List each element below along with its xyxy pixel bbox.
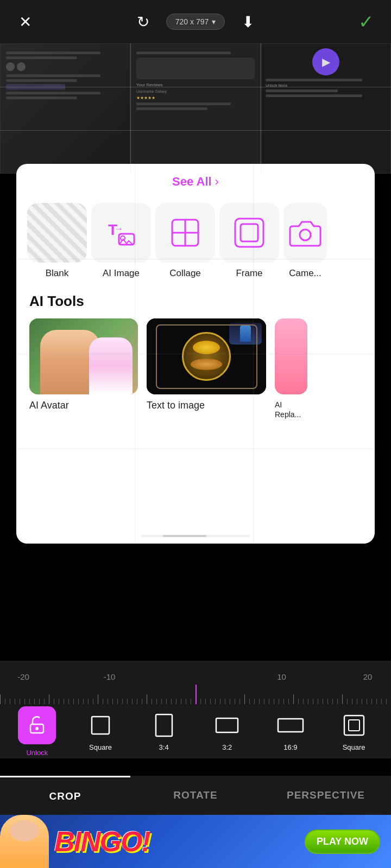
ad-content: BINGO!: [54, 825, 150, 858]
blank-icon-box: [27, 203, 87, 263]
frame-icon-box: [219, 203, 279, 263]
square2-shape-icon: [343, 714, 365, 736]
ruler-label-20: 20: [360, 672, 376, 681]
confirm-button[interactable]: ✓: [354, 10, 378, 34]
camera-label: Came...: [289, 268, 321, 279]
check-icon: ✓: [358, 11, 374, 33]
ruler-label-0: [187, 672, 204, 681]
svg-rect-7: [235, 219, 263, 247]
see-all-arrow-icon: ›: [215, 175, 219, 189]
ai-avatar-label: AI Avatar: [29, 400, 69, 411]
crop-32[interactable]: 3:2: [203, 712, 251, 751]
ruler-label-neg20: -20: [15, 672, 31, 681]
tab-perspective[interactable]: PERSPECTIVE: [261, 776, 391, 815]
ratio-34-icon: [150, 712, 178, 739]
svg-rect-14: [216, 718, 238, 732]
scroll-track: [141, 535, 250, 537]
top-toolbar: ✕ ↻ 720 x 797 ▾ ⬇ ✓: [0, 0, 391, 43]
preview-col-1: [0, 43, 130, 174]
preview-col-3: ▶ Unlock items: [261, 43, 391, 174]
bottom-tab-bar: CROP ROTATE PERSPECTIVE: [0, 776, 391, 815]
template-frame[interactable]: Frame: [219, 203, 279, 279]
svg-rect-15: [278, 719, 303, 732]
ruler-label-neg10: -10: [102, 672, 118, 681]
ai-image-icon-box: T →: [91, 203, 151, 263]
ai-replace-thumb: [275, 318, 307, 394]
ruler-area: -20 -10 10 20: [0, 661, 391, 704]
ai-face-graphic: [182, 332, 231, 381]
close-icon: ✕: [19, 13, 31, 31]
ai-image-icon: T →: [104, 215, 138, 250]
svg-rect-12: [92, 717, 109, 734]
square-icon: [87, 712, 114, 739]
frame-label: Frame: [236, 268, 262, 279]
ai-tools-section: AI Tools AI Avatar: [16, 288, 375, 428]
ai-image-label: AI Image: [103, 268, 140, 279]
ratio-169-label: 16:9: [283, 743, 297, 751]
ai-replace-label: AI Repla...: [275, 400, 301, 419]
rotate-tab-label: ROTATE: [173, 789, 217, 801]
collage-icon: [168, 215, 203, 250]
refresh-icon: ↻: [137, 13, 149, 31]
ad-play-button[interactable]: PLAY NOW: [305, 829, 380, 854]
template-blank[interactable]: Blank: [27, 203, 87, 279]
square2-label: Square: [343, 743, 365, 751]
ratio-32-label: 3:2: [222, 743, 232, 751]
preview-col-2: Your Reviews Username Galaxy ★★★★★: [130, 43, 261, 174]
ratio-32-shape: [215, 717, 239, 733]
ratio-34-shape: [155, 713, 173, 737]
svg-text:→: →: [115, 224, 123, 233]
ruler-label-10: 10: [274, 672, 290, 681]
tab-rotate[interactable]: ROTATE: [130, 776, 261, 815]
collage-icon-box: [155, 203, 215, 263]
template-ai-image[interactable]: T → AI Image: [91, 203, 151, 279]
square-label: Square: [89, 743, 112, 751]
unlock-icon-box: [18, 706, 56, 744]
ai-tools-grid: AI Avatar: [29, 318, 362, 419]
crop-169[interactable]: 16:9: [266, 712, 315, 751]
square2-icon: [340, 712, 368, 739]
download-button[interactable]: ⬇: [236, 10, 260, 34]
crop-square2[interactable]: Square: [330, 712, 379, 751]
camera-icon: [288, 215, 323, 250]
ad-bingo-text: BINGO!: [54, 826, 150, 857]
svg-rect-8: [241, 224, 258, 241]
templates-row: Blank T → AI Image: [16, 194, 375, 288]
svg-rect-16: [344, 716, 364, 735]
ai-tools-title: AI Tools: [29, 293, 362, 310]
dimension-value: 720 x 797: [175, 17, 209, 26]
ruler-labels: -20 -10 10 20: [0, 672, 391, 681]
ruler-ticks[interactable]: [0, 685, 391, 704]
see-all-label: See All: [172, 175, 212, 189]
refresh-button[interactable]: ↻: [131, 10, 155, 34]
square-shape-icon: [90, 714, 111, 736]
blank-label: Blank: [46, 268, 69, 279]
crop-34[interactable]: 3:4: [140, 712, 188, 751]
camera-icon-box: [283, 203, 327, 263]
close-button[interactable]: ✕: [13, 10, 37, 34]
chevron-down-icon: ▾: [212, 17, 216, 26]
frame-icon: [232, 215, 267, 250]
ratio-169-icon: [277, 712, 304, 739]
text-to-image-card[interactable]: Text to image: [147, 318, 266, 419]
ad-banner[interactable]: BINGO! PLAY NOW: [0, 815, 391, 868]
text-to-image-thumb: [147, 318, 266, 394]
svg-rect-13: [156, 714, 172, 736]
ratio-34-label: 3:4: [159, 743, 169, 751]
template-collage[interactable]: Collage: [155, 203, 215, 279]
text-to-image-label: Text to image: [147, 400, 205, 411]
dimension-badge[interactable]: 720 x 797 ▾: [166, 14, 225, 30]
crop-square[interactable]: Square: [76, 712, 125, 751]
svg-rect-17: [349, 720, 360, 731]
tab-crop[interactable]: CROP: [0, 776, 130, 815]
ratio-169-shape: [277, 718, 304, 733]
ai-replace-card[interactable]: AI Repla...: [275, 318, 307, 419]
toolbar-center: ↻ 720 x 797 ▾ ⬇: [131, 10, 260, 34]
template-camera[interactable]: Came...: [283, 203, 327, 279]
unlock-icon: [27, 716, 47, 735]
crop-options: Unlock Square 3:4 3:2: [0, 704, 391, 758]
bottom-sheet: See All › Blank T → AI Image: [16, 164, 375, 544]
crop-unlock[interactable]: Unlock: [12, 706, 61, 757]
ai-avatar-card[interactable]: AI Avatar: [29, 318, 138, 419]
see-all-row[interactable]: See All ›: [16, 164, 375, 194]
